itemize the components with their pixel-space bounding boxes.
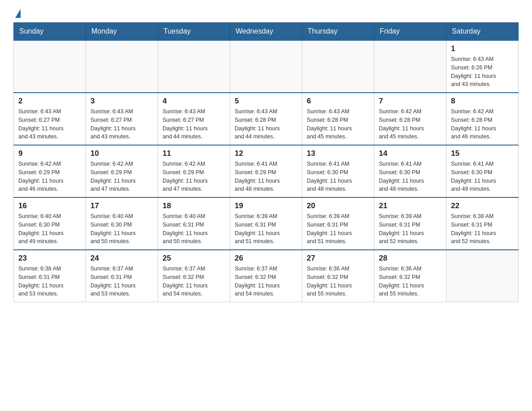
calendar-cell <box>374 40 446 93</box>
calendar-cell: 2Sunrise: 6:43 AMSunset: 6:27 PMDaylight… <box>14 93 86 145</box>
day-of-week-header: Wednesday <box>230 23 302 41</box>
calendar-cell: 27Sunrise: 6:36 AMSunset: 6:32 PMDayligh… <box>302 250 374 302</box>
calendar-cell: 5Sunrise: 6:43 AMSunset: 6:28 PMDaylight… <box>230 93 302 145</box>
calendar-cell: 12Sunrise: 6:41 AMSunset: 6:29 PMDayligh… <box>230 145 302 197</box>
day-info: Sunrise: 6:36 AMSunset: 6:32 PMDaylight:… <box>307 265 369 298</box>
day-number: 7 <box>379 97 442 106</box>
day-number: 11 <box>163 149 225 158</box>
day-number: 28 <box>379 254 442 263</box>
day-of-week-header: Monday <box>86 23 158 41</box>
day-number: 2 <box>18 97 81 106</box>
day-info: Sunrise: 6:42 AMSunset: 6:28 PMDaylight:… <box>379 107 442 141</box>
day-number: 9 <box>18 149 81 158</box>
calendar-cell: 28Sunrise: 6:36 AMSunset: 6:32 PMDayligh… <box>374 250 446 302</box>
calendar-cell: 9Sunrise: 6:42 AMSunset: 6:29 PMDaylight… <box>14 145 86 197</box>
day-info: Sunrise: 6:43 AMSunset: 6:27 PMDaylight:… <box>18 107 81 141</box>
day-number: 5 <box>235 97 297 106</box>
day-info: Sunrise: 6:39 AMSunset: 6:31 PMDaylight:… <box>235 212 297 246</box>
calendar-cell: 21Sunrise: 6:39 AMSunset: 6:31 PMDayligh… <box>374 197 446 250</box>
day-info: Sunrise: 6:39 AMSunset: 6:31 PMDaylight:… <box>379 212 442 246</box>
calendar-week-row: 23Sunrise: 6:38 AMSunset: 6:31 PMDayligh… <box>14 250 519 302</box>
day-of-week-header: Tuesday <box>158 23 230 41</box>
day-number: 10 <box>90 149 153 158</box>
day-info: Sunrise: 6:41 AMSunset: 6:29 PMDaylight:… <box>235 160 297 193</box>
calendar-cell: 24Sunrise: 6:37 AMSunset: 6:31 PMDayligh… <box>86 250 158 302</box>
calendar-table: SundayMondayTuesdayWednesdayThursdayFrid… <box>13 22 519 302</box>
calendar-cell: 19Sunrise: 6:39 AMSunset: 6:31 PMDayligh… <box>230 197 302 250</box>
day-number: 24 <box>90 254 153 263</box>
day-info: Sunrise: 6:37 AMSunset: 6:32 PMDaylight:… <box>163 265 225 298</box>
day-of-week-header: Sunday <box>14 23 86 41</box>
calendar-cell <box>446 250 519 302</box>
day-number: 14 <box>379 149 442 158</box>
day-number: 8 <box>451 97 514 106</box>
day-info: Sunrise: 6:43 AMSunset: 6:28 PMDaylight:… <box>235 107 297 141</box>
day-info: Sunrise: 6:37 AMSunset: 6:31 PMDaylight:… <box>90 265 153 298</box>
day-number: 18 <box>163 201 225 210</box>
day-of-week-header: Friday <box>374 23 446 41</box>
day-number: 1 <box>451 44 514 53</box>
day-number: 25 <box>163 254 225 263</box>
calendar-cell: 26Sunrise: 6:37 AMSunset: 6:32 PMDayligh… <box>230 250 302 302</box>
calendar-week-row: 9Sunrise: 6:42 AMSunset: 6:29 PMDaylight… <box>14 145 519 197</box>
day-info: Sunrise: 6:43 AMSunset: 6:27 PMDaylight:… <box>163 107 225 141</box>
day-number: 3 <box>90 97 153 106</box>
day-number: 23 <box>18 254 81 263</box>
day-info: Sunrise: 6:41 AMSunset: 6:30 PMDaylight:… <box>379 160 442 193</box>
calendar-cell <box>14 40 86 93</box>
day-info: Sunrise: 6:37 AMSunset: 6:32 PMDaylight:… <box>235 265 297 298</box>
calendar-cell: 6Sunrise: 6:43 AMSunset: 6:28 PMDaylight… <box>302 93 374 145</box>
day-info: Sunrise: 6:41 AMSunset: 6:30 PMDaylight:… <box>451 160 514 193</box>
calendar-cell: 13Sunrise: 6:41 AMSunset: 6:30 PMDayligh… <box>302 145 374 197</box>
calendar-cell: 8Sunrise: 6:42 AMSunset: 6:28 PMDaylight… <box>446 93 519 145</box>
day-info: Sunrise: 6:38 AMSunset: 6:31 PMDaylight:… <box>451 212 514 246</box>
calendar-cell: 16Sunrise: 6:40 AMSunset: 6:30 PMDayligh… <box>14 197 86 250</box>
day-info: Sunrise: 6:43 AMSunset: 6:26 PMDaylight:… <box>451 55 514 89</box>
day-info: Sunrise: 6:40 AMSunset: 6:30 PMDaylight:… <box>18 212 81 246</box>
day-info: Sunrise: 6:36 AMSunset: 6:32 PMDaylight:… <box>379 265 442 298</box>
calendar-cell: 4Sunrise: 6:43 AMSunset: 6:27 PMDaylight… <box>158 93 230 145</box>
logo <box>13 9 21 18</box>
day-of-week-header: Thursday <box>302 23 374 41</box>
day-number: 20 <box>307 201 369 210</box>
day-number: 21 <box>379 201 442 210</box>
day-info: Sunrise: 6:38 AMSunset: 6:31 PMDaylight:… <box>18 265 81 298</box>
calendar-week-row: 1Sunrise: 6:43 AMSunset: 6:26 PMDaylight… <box>14 40 519 93</box>
day-number: 26 <box>235 254 297 263</box>
calendar-cell: 23Sunrise: 6:38 AMSunset: 6:31 PMDayligh… <box>14 250 86 302</box>
calendar-cell: 3Sunrise: 6:43 AMSunset: 6:27 PMDaylight… <box>86 93 158 145</box>
calendar-cell <box>86 40 158 93</box>
calendar-cell: 7Sunrise: 6:42 AMSunset: 6:28 PMDaylight… <box>374 93 446 145</box>
day-info: Sunrise: 6:42 AMSunset: 6:29 PMDaylight:… <box>18 160 81 193</box>
calendar-week-row: 2Sunrise: 6:43 AMSunset: 6:27 PMDaylight… <box>14 93 519 145</box>
calendar-cell: 18Sunrise: 6:40 AMSunset: 6:31 PMDayligh… <box>158 197 230 250</box>
day-of-week-header: Saturday <box>446 23 519 41</box>
calendar-cell: 11Sunrise: 6:42 AMSunset: 6:29 PMDayligh… <box>158 145 230 197</box>
calendar-cell: 22Sunrise: 6:38 AMSunset: 6:31 PMDayligh… <box>446 197 519 250</box>
calendar-cell <box>302 40 374 93</box>
day-number: 6 <box>307 97 369 106</box>
calendar-cell: 14Sunrise: 6:41 AMSunset: 6:30 PMDayligh… <box>374 145 446 197</box>
day-info: Sunrise: 6:40 AMSunset: 6:31 PMDaylight:… <box>163 212 225 246</box>
day-number: 16 <box>18 201 81 210</box>
calendar-cell: 15Sunrise: 6:41 AMSunset: 6:30 PMDayligh… <box>446 145 519 197</box>
day-info: Sunrise: 6:41 AMSunset: 6:30 PMDaylight:… <box>307 160 369 193</box>
day-number: 22 <box>451 201 514 210</box>
day-info: Sunrise: 6:42 AMSunset: 6:28 PMDaylight:… <box>451 107 514 141</box>
calendar-cell: 10Sunrise: 6:42 AMSunset: 6:29 PMDayligh… <box>86 145 158 197</box>
day-number: 15 <box>451 149 514 158</box>
page-header <box>13 9 519 18</box>
day-number: 17 <box>90 201 153 210</box>
day-info: Sunrise: 6:43 AMSunset: 6:28 PMDaylight:… <box>307 107 369 141</box>
calendar-cell: 1Sunrise: 6:43 AMSunset: 6:26 PMDaylight… <box>446 40 519 93</box>
day-number: 4 <box>163 97 225 106</box>
day-number: 12 <box>235 149 297 158</box>
day-info: Sunrise: 6:39 AMSunset: 6:31 PMDaylight:… <box>307 212 369 246</box>
calendar-header-row: SundayMondayTuesdayWednesdayThursdayFrid… <box>14 23 519 41</box>
calendar-cell <box>230 40 302 93</box>
day-info: Sunrise: 6:42 AMSunset: 6:29 PMDaylight:… <box>90 160 153 193</box>
day-number: 27 <box>307 254 369 263</box>
calendar-cell: 17Sunrise: 6:40 AMSunset: 6:30 PMDayligh… <box>86 197 158 250</box>
calendar-week-row: 16Sunrise: 6:40 AMSunset: 6:30 PMDayligh… <box>14 197 519 250</box>
day-info: Sunrise: 6:40 AMSunset: 6:30 PMDaylight:… <box>90 212 153 246</box>
